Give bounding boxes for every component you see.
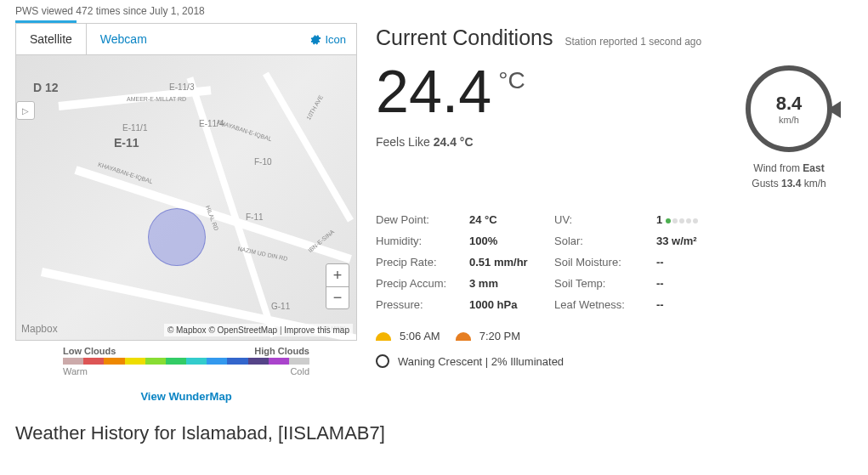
metrics-grid: Dew Point:24 °C UV:1 Humidity:100% Solar…: [376, 213, 853, 311]
current-conditions-title: Current Conditions: [376, 25, 553, 50]
pressure-value: 1000 hPa: [469, 298, 554, 311]
gear-icon: [309, 33, 321, 45]
station-marker: [148, 208, 206, 266]
wind-gusts: Gusts 13.4 km/h: [742, 176, 836, 191]
sunset-icon: [456, 332, 471, 341]
soiltemp-label: Soil Temp:: [554, 277, 656, 290]
wind-from: Wind from East: [742, 161, 836, 176]
map-attribution: © Mapbox © OpenStreetMap | Improve this …: [164, 324, 353, 336]
moon-phase: Waning Crescent | 2% Illuminated: [376, 354, 853, 368]
precipaccum-label: Precip Accum:: [376, 277, 469, 290]
moon-icon: [376, 354, 389, 368]
mapbox-logo[interactable]: Mapbox: [21, 323, 58, 335]
dewpoint-label: Dew Point:: [376, 213, 469, 226]
dewpoint-value: 24 °C: [469, 213, 554, 226]
preciprate-value: 0.51 mm/hr: [469, 256, 554, 269]
play-button[interactable]: ▷: [16, 101, 35, 120]
soiltemp-value: --: [656, 277, 724, 290]
soilmoist-label: Soil Moisture:: [554, 256, 656, 269]
humidity-label: Humidity:: [376, 235, 469, 247]
attrib-improve[interactable]: Improve this map: [284, 325, 349, 335]
solar-value: 33 w/m²: [656, 235, 724, 247]
tab-webcam[interactable]: Webcam: [87, 24, 161, 54]
uv-value: 1: [656, 213, 724, 226]
station-reported: Station reported 1 second ago: [564, 36, 701, 48]
tab-satellite[interactable]: Satellite: [16, 24, 87, 54]
leafwet-label: Leaf Wetness:: [554, 298, 656, 311]
sun-times: 5:06 AM 7:20 PM: [376, 330, 853, 342]
sunrise-time: 5:06 AM: [400, 330, 440, 342]
temperature: 24.4 °C: [376, 62, 525, 122]
uv-label: UV:: [554, 213, 656, 226]
pressure-label: Pressure:: [376, 298, 469, 311]
preciprate-label: Precip Rate:: [376, 256, 469, 269]
wind-compass: 8.4 km/h: [742, 62, 836, 156]
cloud-legend: Low CloudsHigh Clouds WarmCold: [63, 346, 309, 376]
feels-like: Feels Like 24.4 °C: [376, 135, 525, 149]
attrib-osm[interactable]: © OpenStreetMap: [208, 325, 277, 335]
map-tabs: Satellite Webcam Icon: [15, 23, 357, 55]
sunrise-icon: [376, 332, 391, 341]
tab-icon-link[interactable]: Icon: [299, 33, 356, 46]
map[interactable]: D 12 E-11 E-11/3 E-11/4 E-11/1 F-10 F-11…: [15, 55, 357, 341]
soilmoist-value: --: [656, 256, 724, 269]
leafwet-value: --: [656, 298, 724, 311]
precipaccum-value: 3 mm: [469, 277, 554, 290]
zoom-controls: + −: [326, 263, 349, 309]
humidity-value: 100%: [469, 235, 554, 247]
zoom-out[interactable]: −: [326, 286, 349, 308]
attrib-mapbox[interactable]: © Mapbox: [167, 325, 207, 335]
solar-label: Solar:: [554, 235, 656, 247]
sunset-time: 7:20 PM: [479, 330, 520, 342]
zoom-in[interactable]: +: [326, 264, 349, 286]
icon-label: Icon: [325, 33, 346, 46]
spectrum: [63, 358, 309, 365]
pws-viewed: PWS viewed 472 times since July 1, 2018: [15, 0, 853, 20]
view-wundermap-link[interactable]: View WunderMap: [140, 390, 231, 403]
weather-history-title: Weather History for Islamabad, [IISLAMAB…: [15, 422, 853, 444]
